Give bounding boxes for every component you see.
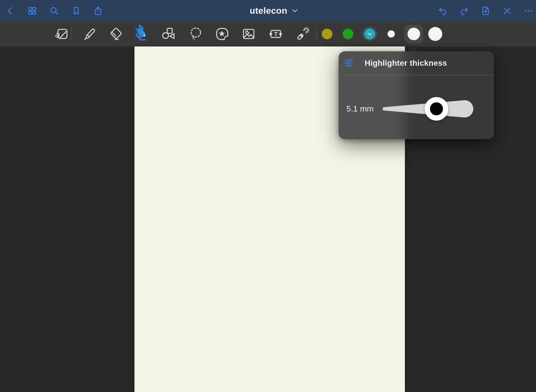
drawing-toolbar: a <box>0 21 536 46</box>
top-navigation-bar: utelecon <box>0 0 536 21</box>
undo-button[interactable] <box>438 0 448 21</box>
shapes-tool[interactable] <box>159 21 178 46</box>
thickness-preset-medium-selected[interactable] <box>405 25 423 43</box>
eraser-icon <box>108 26 123 41</box>
topbar-left-group <box>5 0 103 21</box>
laser-pointer-tool[interactable] <box>293 21 312 46</box>
redo-icon <box>459 6 469 16</box>
add-page-icon <box>481 6 490 16</box>
lasso-icon <box>188 26 203 41</box>
bluetooth-icon <box>132 24 147 39</box>
edit-mode-icon: a <box>54 26 69 41</box>
color-swatch-teal-selected[interactable] <box>362 26 377 42</box>
thickness-value-label: 5.1 mm <box>346 104 374 113</box>
search-button[interactable] <box>49 0 59 21</box>
highlighter-tool[interactable] <box>133 21 152 46</box>
popover-title: Highlighter thickness <box>365 59 447 68</box>
sticker-tool[interactable] <box>213 21 232 46</box>
bookmark-icon <box>71 6 81 16</box>
popover-arrow <box>408 46 420 52</box>
popover-header: Highlighter thickness <box>339 51 494 75</box>
shapes-icon <box>161 26 176 41</box>
crossed-pen-icon <box>502 6 512 16</box>
topbar-right-group <box>438 0 534 21</box>
chevron-down-icon <box>368 33 372 35</box>
toolbar-divider-left <box>71 27 72 41</box>
chevron-down-icon <box>292 9 298 13</box>
add-page-button[interactable] <box>481 0 491 21</box>
text-tool[interactable]: T <box>266 21 285 46</box>
thickness-slider-thumb[interactable] <box>425 97 448 121</box>
back-chevron-icon <box>6 6 15 16</box>
pen-input-toggle-button[interactable] <box>502 0 512 21</box>
back-button[interactable] <box>5 0 15 21</box>
share-icon <box>93 6 103 16</box>
highlighter-thickness-popover: Highlighter thickness 5.1 mm <box>339 51 494 139</box>
sliders-icon <box>344 58 354 68</box>
redo-button[interactable] <box>459 0 469 21</box>
more-button[interactable] <box>523 0 534 21</box>
eraser-tool[interactable] <box>106 21 125 46</box>
color-swatch-yellow[interactable] <box>322 29 332 39</box>
pen-icon <box>81 26 96 41</box>
popover-divider <box>339 75 494 75</box>
thickness-slider-thumb-dot <box>430 102 443 115</box>
share-button[interactable] <box>93 0 103 21</box>
laser-pointer-icon <box>295 26 310 41</box>
toolbar-divider-right <box>316 27 317 41</box>
sticker-icon <box>215 26 230 41</box>
thumbnails-button[interactable] <box>27 0 37 21</box>
svg-text:T: T <box>274 31 278 37</box>
pen-tool[interactable] <box>79 21 99 46</box>
color-swatch-green[interactable] <box>343 29 353 39</box>
bookmark-button[interactable] <box>71 0 81 21</box>
edit-mode-tool[interactable]: a <box>52 21 71 46</box>
thickness-preset-medium-dot <box>408 28 420 40</box>
undo-icon <box>438 6 448 16</box>
search-icon <box>49 6 59 16</box>
thickness-preset-thick[interactable] <box>428 27 442 41</box>
thickness-preset-thin[interactable] <box>388 30 395 38</box>
grid-icon <box>27 6 37 16</box>
document-title: utelecon <box>250 6 287 16</box>
ellipsis-icon <box>524 6 533 16</box>
image-tool[interactable] <box>239 21 258 46</box>
image-icon <box>241 26 256 41</box>
text-icon: T <box>268 26 283 41</box>
teal-swatch <box>364 28 375 39</box>
svg-text:a: a <box>55 30 60 39</box>
lasso-tool[interactable] <box>186 21 205 46</box>
document-title-button[interactable]: utelecon <box>250 0 298 21</box>
